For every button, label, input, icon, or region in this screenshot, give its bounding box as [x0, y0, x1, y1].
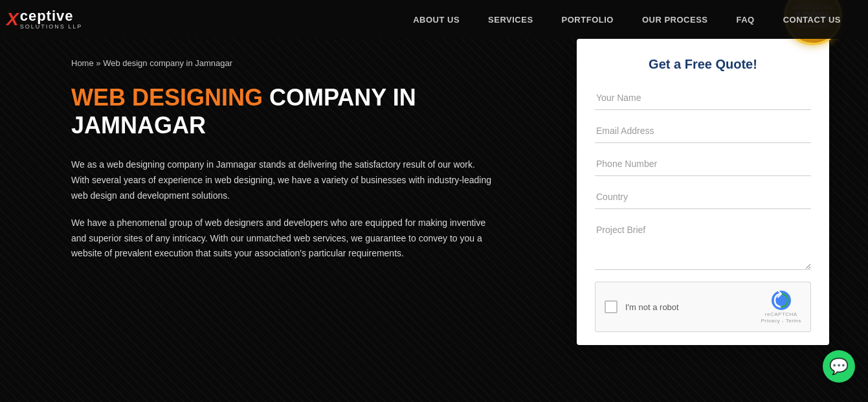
body-paragraph-2: We have a phenomenal group of web design…: [71, 216, 492, 262]
whatsapp-icon: 💬: [829, 357, 849, 375]
project-group: [595, 218, 811, 273]
email-group: [595, 119, 811, 148]
breadcrumb-separator: »: [94, 58, 103, 68]
nav-faq[interactable]: FAQ: [722, 0, 769, 39]
quote-form-card: Get a Free Quote! I'm not a robot: [577, 39, 829, 345]
email-input[interactable]: [595, 119, 811, 143]
right-panel: SATISFACTION 100% GUARANTEED Get a Free …: [577, 39, 829, 389]
recaptcha-left: I'm not a robot: [605, 300, 679, 313]
whatsapp-button[interactable]: 💬: [823, 350, 855, 383]
navbar: X ceptive SOLUTIONS LLP ABOUT US SERVICE…: [0, 0, 868, 39]
nav-about-us[interactable]: ABOUT US: [399, 0, 474, 39]
phone-group: [595, 152, 811, 181]
logo-sub: SOLUTIONS LLP: [20, 23, 83, 30]
phone-input[interactable]: [595, 152, 811, 176]
nav-services[interactable]: SERVICES: [474, 0, 548, 39]
logo[interactable]: X ceptive SOLUTIONS LLP: [6, 9, 82, 30]
breadcrumb: Home » Web design company in Jamnagar: [71, 58, 551, 68]
logo-x-letter: X: [6, 9, 17, 30]
logo-ceptive: ceptive: [20, 9, 83, 23]
project-textarea[interactable]: [595, 218, 811, 270]
nav-contact-us[interactable]: CONTACT US: [769, 0, 855, 39]
breadcrumb-current: Web design company in Jamnagar: [103, 58, 232, 68]
body-paragraph-1: We as a web designing company in Jamnaga…: [71, 157, 492, 203]
name-group: [595, 86, 811, 115]
recaptcha-brand: reCAPTCHA: [765, 311, 797, 317]
recaptcha-label: I'm not a robot: [625, 302, 679, 312]
nav-portfolio[interactable]: PORTFOLIO: [548, 0, 628, 39]
recaptcha-box: I'm not a robot reCAPTCHA Privacy - Term…: [595, 282, 811, 332]
left-content: Home » Web design company in Jamnagar WE…: [71, 58, 577, 389]
headline-orange: WEB DESIGNING: [71, 84, 263, 111]
country-input[interactable]: [595, 185, 811, 209]
form-title: Get a Free Quote!: [595, 57, 811, 72]
nav-links: ABOUT US SERVICES PORTFOLIO OUR PROCESS …: [399, 0, 855, 39]
nav-our-process[interactable]: OUR PROCESS: [628, 0, 722, 39]
logo-text: ceptive SOLUTIONS LLP: [20, 9, 83, 30]
main-content: Home » Web design company in Jamnagar WE…: [0, 39, 868, 402]
recaptcha-logo: reCAPTCHA Privacy - Terms: [761, 290, 801, 324]
recaptcha-checkbox[interactable]: [605, 300, 618, 313]
breadcrumb-home[interactable]: Home: [71, 58, 94, 68]
page-headline: WEB DESIGNING COMPANY IN JAMNAGAR: [71, 84, 551, 139]
recaptcha-privacy: Privacy - Terms: [761, 318, 801, 324]
name-input[interactable]: [595, 86, 811, 110]
country-group: [595, 185, 811, 214]
recaptcha-icon: [771, 290, 792, 311]
